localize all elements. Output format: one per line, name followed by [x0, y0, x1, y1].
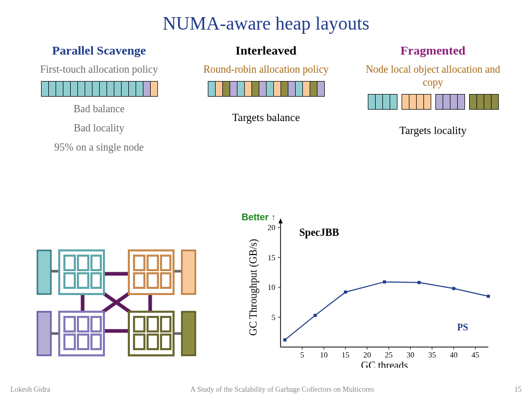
svg-text:20: 20 [363, 351, 371, 359]
footer-paper-title: A Study of the Scalability of Garbage Co… [191, 385, 374, 394]
svg-rect-75 [344, 290, 347, 294]
svg-text:15: 15 [268, 254, 275, 262]
svg-rect-41 [161, 335, 170, 349]
col-subtitle: First-touch allocation policy [21, 63, 177, 76]
svg-text:GC Throughput (GB/s): GC Throughput (GB/s) [247, 239, 259, 336]
svg-rect-12 [37, 312, 51, 355]
svg-rect-77 [418, 281, 421, 284]
svg-rect-36 [134, 317, 144, 331]
svg-text:GC threads: GC threads [361, 360, 408, 368]
footer: Lokesh Gidra A Study of the Scalability … [0, 385, 532, 394]
svg-rect-24 [161, 256, 170, 270]
svg-text:30: 30 [407, 351, 415, 359]
col-note: Bad locality [21, 121, 177, 135]
svg-rect-25 [134, 273, 144, 288]
svg-rect-20 [91, 273, 101, 288]
col-subtitle: Node local object allocation and copy [355, 63, 511, 89]
svg-rect-27 [161, 273, 170, 288]
col-fragmented: Fragmented Node local object allocation … [355, 44, 511, 154]
svg-rect-79 [487, 295, 490, 298]
col-subtitle: Round-robin allocation policy [188, 63, 344, 76]
svg-rect-17 [91, 256, 101, 270]
svg-text:5: 5 [272, 313, 276, 322]
svg-text:20: 20 [268, 223, 275, 232]
svg-rect-39 [134, 335, 144, 349]
svg-rect-15 [64, 256, 75, 270]
svg-rect-76 [383, 281, 386, 284]
col-target: Targets locality [355, 124, 511, 137]
numa-topology-diagram [28, 235, 205, 370]
col-interleaved: Interleaved Round-robin allocation polic… [188, 44, 344, 154]
footer-page-number: 15 [514, 385, 522, 394]
svg-text:35: 35 [428, 351, 436, 359]
page-title: NUMA-aware heap layouts [0, 0, 532, 34]
col-note: 95% on a single node [21, 140, 177, 154]
svg-rect-73 [283, 338, 286, 341]
col-title: Fragmented [355, 44, 511, 58]
col-title: Parallel Scavenge [21, 44, 177, 58]
columns: Parallel Scavenge First-touch allocation… [0, 44, 532, 154]
svg-rect-34 [91, 335, 101, 349]
svg-rect-32 [64, 335, 75, 349]
svg-text:5: 5 [300, 351, 304, 359]
svg-text:25: 25 [385, 351, 393, 359]
svg-text:45: 45 [472, 351, 480, 359]
svg-text:15: 15 [342, 351, 350, 359]
svg-rect-16 [78, 256, 88, 270]
svg-text:10: 10 [320, 351, 328, 359]
svg-rect-37 [148, 317, 158, 331]
col-note: Bad balance [21, 102, 177, 116]
svg-rect-38 [161, 317, 170, 331]
svg-rect-26 [148, 273, 158, 288]
svg-rect-29 [64, 317, 75, 331]
svg-rect-31 [91, 317, 101, 331]
col-parallel-scavenge: Parallel Scavenge First-touch allocation… [21, 44, 177, 154]
svg-rect-18 [64, 273, 75, 288]
svg-rect-23 [148, 256, 158, 270]
svg-rect-40 [148, 335, 158, 349]
svg-rect-22 [134, 256, 144, 270]
svg-text:40: 40 [450, 351, 458, 359]
heap-bar-frg [355, 94, 511, 110]
svg-rect-19 [78, 273, 88, 288]
svg-rect-74 [314, 314, 317, 317]
svg-rect-33 [78, 335, 88, 349]
svg-rect-10 [37, 250, 51, 294]
throughput-chart: 510152025303540455101520GC threadsGC Thr… [244, 212, 504, 368]
svg-rect-13 [182, 312, 195, 355]
svg-marker-44 [278, 218, 283, 223]
svg-text:10: 10 [268, 283, 275, 291]
col-title: Interleaved [188, 44, 344, 58]
svg-rect-78 [452, 287, 455, 290]
footer-author: Lokesh Gidra [10, 385, 50, 394]
heap-bar-ps [21, 81, 177, 97]
heap-bar-int [188, 81, 344, 97]
svg-rect-30 [78, 317, 88, 331]
svg-rect-11 [182, 250, 195, 294]
col-target: Targets balance [188, 111, 344, 124]
